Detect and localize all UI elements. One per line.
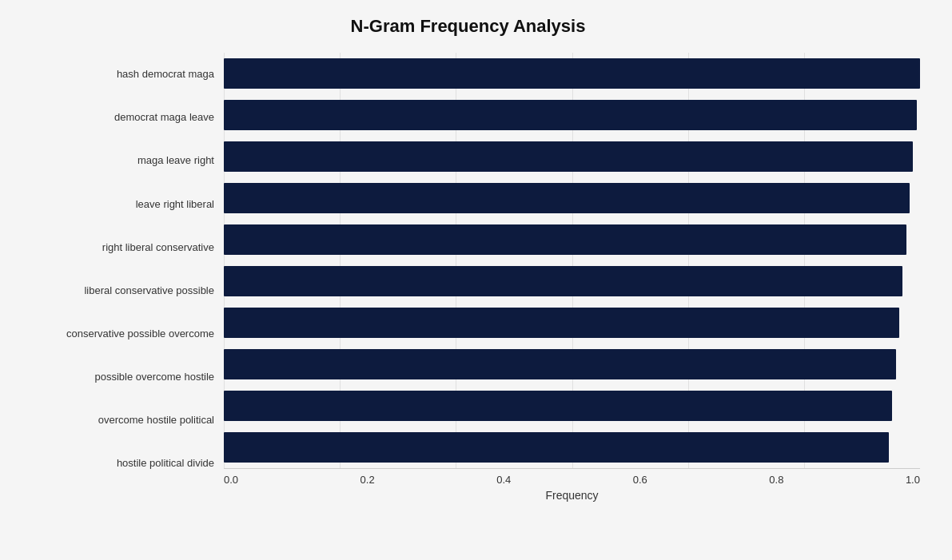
bar-row bbox=[224, 427, 920, 468]
x-tick: 0.8 bbox=[769, 474, 783, 486]
bar-row bbox=[224, 302, 920, 344]
y-axis-label: leave right liberal bbox=[136, 198, 214, 211]
bar bbox=[224, 58, 920, 89]
y-axis-label: hostile political divide bbox=[117, 457, 214, 470]
bars-area bbox=[224, 53, 920, 468]
bar-row bbox=[224, 385, 920, 427]
x-tick: 0.6 bbox=[633, 474, 647, 486]
x-tick: 0.2 bbox=[360, 474, 375, 486]
bar bbox=[224, 100, 917, 130]
bar bbox=[224, 308, 899, 338]
bar bbox=[224, 349, 896, 379]
chart-title: N-Gram Frequency Analysis bbox=[16, 16, 920, 37]
bar-row bbox=[224, 219, 920, 260]
chart-area: hash democrat magademocrat maga leavemag… bbox=[16, 53, 920, 485]
bar bbox=[224, 224, 906, 255]
bar-row bbox=[224, 260, 920, 302]
bars-and-xaxis: 0.00.20.40.60.81.0 Frequency bbox=[224, 53, 920, 485]
y-axis-label: conservative possible overcome bbox=[66, 328, 214, 340]
y-axis: hash democrat magademocrat maga leavemag… bbox=[16, 53, 224, 485]
x-tick: 0.0 bbox=[224, 474, 238, 486]
y-axis-label: overcome hostile political bbox=[98, 414, 214, 427]
y-axis-label: maga leave right bbox=[137, 154, 214, 167]
x-tick: 1.0 bbox=[906, 474, 920, 486]
y-axis-label: possible overcome hostile bbox=[94, 371, 214, 383]
bar bbox=[224, 141, 913, 172]
bar bbox=[224, 266, 902, 296]
bar bbox=[224, 432, 889, 463]
y-axis-label: democrat maga leave bbox=[114, 111, 214, 124]
y-axis-label: hash democrat maga bbox=[117, 68, 214, 81]
y-axis-label: liberal conservative possible bbox=[84, 284, 214, 297]
bar-row bbox=[224, 53, 920, 94]
bar bbox=[224, 391, 892, 421]
chart-container: N-Gram Frequency Analysis hash democrat … bbox=[0, 0, 952, 560]
bar-row bbox=[224, 94, 920, 136]
bar-row bbox=[224, 136, 920, 177]
x-axis-label: Frequency bbox=[224, 489, 920, 502]
y-axis-label: right liberal conservative bbox=[102, 241, 214, 254]
x-tick: 0.4 bbox=[496, 474, 511, 486]
bar-row bbox=[224, 177, 920, 219]
x-ticks: 0.00.20.40.60.81.0 bbox=[224, 469, 920, 486]
bar bbox=[224, 183, 910, 213]
bar-row bbox=[224, 344, 920, 385]
x-axis: 0.00.20.40.60.81.0 Frequency bbox=[224, 468, 920, 500]
